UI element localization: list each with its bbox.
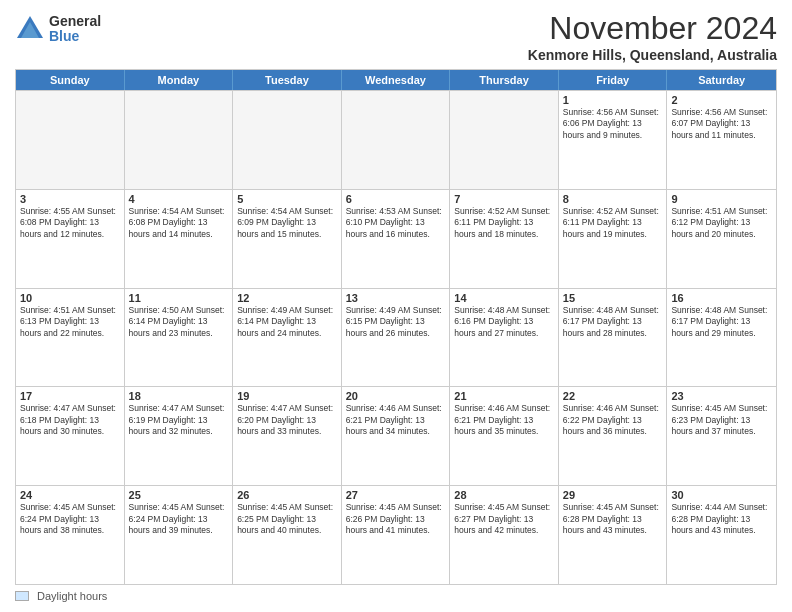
col-header-tuesday: Tuesday	[233, 70, 342, 90]
calendar-cell-1-4	[342, 91, 451, 189]
logo-general-text: General	[49, 14, 101, 29]
calendar-cell-1-1	[16, 91, 125, 189]
day-info: Sunrise: 4:45 AM Sunset: 6:26 PM Dayligh…	[346, 502, 446, 536]
day-number: 23	[671, 390, 772, 402]
legend-box	[15, 591, 29, 601]
day-info: Sunrise: 4:48 AM Sunset: 6:16 PM Dayligh…	[454, 305, 554, 339]
col-header-friday: Friday	[559, 70, 668, 90]
title-area: November 2024 Kenmore Hills, Queensland,…	[528, 10, 777, 63]
day-number: 8	[563, 193, 663, 205]
day-number: 9	[671, 193, 772, 205]
calendar-row-5: 24Sunrise: 4:45 AM Sunset: 6:24 PM Dayli…	[16, 485, 776, 584]
day-number: 16	[671, 292, 772, 304]
col-header-wednesday: Wednesday	[342, 70, 451, 90]
day-info: Sunrise: 4:45 AM Sunset: 6:24 PM Dayligh…	[20, 502, 120, 536]
day-info: Sunrise: 4:49 AM Sunset: 6:15 PM Dayligh…	[346, 305, 446, 339]
day-info: Sunrise: 4:56 AM Sunset: 6:06 PM Dayligh…	[563, 107, 663, 141]
day-number: 10	[20, 292, 120, 304]
calendar-cell-2-4: 6Sunrise: 4:53 AM Sunset: 6:10 PM Daylig…	[342, 190, 451, 288]
logo: General Blue	[15, 14, 101, 45]
month-title: November 2024	[528, 10, 777, 47]
calendar-cell-2-7: 9Sunrise: 4:51 AM Sunset: 6:12 PM Daylig…	[667, 190, 776, 288]
day-info: Sunrise: 4:45 AM Sunset: 6:24 PM Dayligh…	[129, 502, 229, 536]
calendar-header: SundayMondayTuesdayWednesdayThursdayFrid…	[16, 70, 776, 90]
day-number: 27	[346, 489, 446, 501]
day-info: Sunrise: 4:51 AM Sunset: 6:12 PM Dayligh…	[671, 206, 772, 240]
calendar-cell-1-3	[233, 91, 342, 189]
day-info: Sunrise: 4:47 AM Sunset: 6:19 PM Dayligh…	[129, 403, 229, 437]
calendar-cell-1-5	[450, 91, 559, 189]
calendar-cell-1-2	[125, 91, 234, 189]
day-number: 21	[454, 390, 554, 402]
day-info: Sunrise: 4:51 AM Sunset: 6:13 PM Dayligh…	[20, 305, 120, 339]
calendar-cell-4-4: 20Sunrise: 4:46 AM Sunset: 6:21 PM Dayli…	[342, 387, 451, 485]
calendar-row-1: 1Sunrise: 4:56 AM Sunset: 6:06 PM Daylig…	[16, 90, 776, 189]
day-info: Sunrise: 4:45 AM Sunset: 6:27 PM Dayligh…	[454, 502, 554, 536]
calendar-cell-2-3: 5Sunrise: 4:54 AM Sunset: 6:09 PM Daylig…	[233, 190, 342, 288]
calendar-cell-3-1: 10Sunrise: 4:51 AM Sunset: 6:13 PM Dayli…	[16, 289, 125, 387]
calendar-body: 1Sunrise: 4:56 AM Sunset: 6:06 PM Daylig…	[16, 90, 776, 584]
day-info: Sunrise: 4:54 AM Sunset: 6:09 PM Dayligh…	[237, 206, 337, 240]
calendar-cell-1-6: 1Sunrise: 4:56 AM Sunset: 6:06 PM Daylig…	[559, 91, 668, 189]
day-info: Sunrise: 4:55 AM Sunset: 6:08 PM Dayligh…	[20, 206, 120, 240]
col-header-saturday: Saturday	[667, 70, 776, 90]
day-info: Sunrise: 4:45 AM Sunset: 6:25 PM Dayligh…	[237, 502, 337, 536]
day-number: 28	[454, 489, 554, 501]
day-number: 17	[20, 390, 120, 402]
calendar-cell-3-4: 13Sunrise: 4:49 AM Sunset: 6:15 PM Dayli…	[342, 289, 451, 387]
location-subtitle: Kenmore Hills, Queensland, Australia	[528, 47, 777, 63]
day-info: Sunrise: 4:48 AM Sunset: 6:17 PM Dayligh…	[563, 305, 663, 339]
col-header-sunday: Sunday	[16, 70, 125, 90]
day-number: 14	[454, 292, 554, 304]
day-number: 3	[20, 193, 120, 205]
day-number: 4	[129, 193, 229, 205]
day-number: 2	[671, 94, 772, 106]
calendar-cell-2-2: 4Sunrise: 4:54 AM Sunset: 6:08 PM Daylig…	[125, 190, 234, 288]
page: General Blue November 2024 Kenmore Hills…	[0, 0, 792, 612]
calendar-cell-1-7: 2Sunrise: 4:56 AM Sunset: 6:07 PM Daylig…	[667, 91, 776, 189]
day-info: Sunrise: 4:46 AM Sunset: 6:22 PM Dayligh…	[563, 403, 663, 437]
day-info: Sunrise: 4:46 AM Sunset: 6:21 PM Dayligh…	[346, 403, 446, 437]
calendar-cell-5-4: 27Sunrise: 4:45 AM Sunset: 6:26 PM Dayli…	[342, 486, 451, 584]
logo-icon	[15, 14, 45, 44]
day-number: 1	[563, 94, 663, 106]
day-number: 22	[563, 390, 663, 402]
calendar-cell-3-3: 12Sunrise: 4:49 AM Sunset: 6:14 PM Dayli…	[233, 289, 342, 387]
calendar: SundayMondayTuesdayWednesdayThursdayFrid…	[15, 69, 777, 585]
day-number: 15	[563, 292, 663, 304]
calendar-cell-4-2: 18Sunrise: 4:47 AM Sunset: 6:19 PM Dayli…	[125, 387, 234, 485]
day-number: 12	[237, 292, 337, 304]
day-info: Sunrise: 4:52 AM Sunset: 6:11 PM Dayligh…	[563, 206, 663, 240]
logo-text: General Blue	[49, 14, 101, 45]
day-info: Sunrise: 4:47 AM Sunset: 6:20 PM Dayligh…	[237, 403, 337, 437]
day-number: 6	[346, 193, 446, 205]
calendar-cell-3-6: 15Sunrise: 4:48 AM Sunset: 6:17 PM Dayli…	[559, 289, 668, 387]
day-info: Sunrise: 4:45 AM Sunset: 6:28 PM Dayligh…	[563, 502, 663, 536]
day-number: 7	[454, 193, 554, 205]
day-info: Sunrise: 4:47 AM Sunset: 6:18 PM Dayligh…	[20, 403, 120, 437]
calendar-cell-5-3: 26Sunrise: 4:45 AM Sunset: 6:25 PM Dayli…	[233, 486, 342, 584]
calendar-cell-5-6: 29Sunrise: 4:45 AM Sunset: 6:28 PM Dayli…	[559, 486, 668, 584]
day-number: 19	[237, 390, 337, 402]
day-info: Sunrise: 4:52 AM Sunset: 6:11 PM Dayligh…	[454, 206, 554, 240]
day-number: 24	[20, 489, 120, 501]
calendar-cell-4-1: 17Sunrise: 4:47 AM Sunset: 6:18 PM Dayli…	[16, 387, 125, 485]
calendar-cell-3-2: 11Sunrise: 4:50 AM Sunset: 6:14 PM Dayli…	[125, 289, 234, 387]
legend-label: Daylight hours	[37, 590, 107, 602]
day-info: Sunrise: 4:54 AM Sunset: 6:08 PM Dayligh…	[129, 206, 229, 240]
calendar-cell-3-7: 16Sunrise: 4:48 AM Sunset: 6:17 PM Dayli…	[667, 289, 776, 387]
day-info: Sunrise: 4:49 AM Sunset: 6:14 PM Dayligh…	[237, 305, 337, 339]
day-number: 20	[346, 390, 446, 402]
calendar-cell-4-7: 23Sunrise: 4:45 AM Sunset: 6:23 PM Dayli…	[667, 387, 776, 485]
header: General Blue November 2024 Kenmore Hills…	[15, 10, 777, 63]
calendar-row-4: 17Sunrise: 4:47 AM Sunset: 6:18 PM Dayli…	[16, 386, 776, 485]
calendar-cell-2-6: 8Sunrise: 4:52 AM Sunset: 6:11 PM Daylig…	[559, 190, 668, 288]
day-number: 25	[129, 489, 229, 501]
day-number: 5	[237, 193, 337, 205]
col-header-thursday: Thursday	[450, 70, 559, 90]
calendar-cell-5-2: 25Sunrise: 4:45 AM Sunset: 6:24 PM Dayli…	[125, 486, 234, 584]
col-header-monday: Monday	[125, 70, 234, 90]
day-number: 26	[237, 489, 337, 501]
calendar-cell-4-3: 19Sunrise: 4:47 AM Sunset: 6:20 PM Dayli…	[233, 387, 342, 485]
calendar-cell-5-1: 24Sunrise: 4:45 AM Sunset: 6:24 PM Dayli…	[16, 486, 125, 584]
